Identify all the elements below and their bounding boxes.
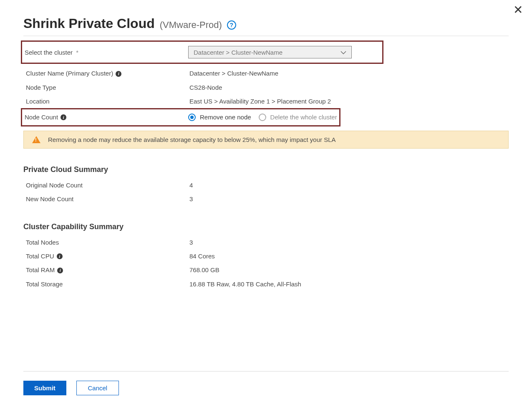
radio-remove-one-node[interactable]: Remove one node — [188, 114, 251, 121]
cancel-button[interactable]: Cancel — [76, 381, 119, 395]
radio-delete-cluster[interactable]: Delete the whole cluster — [259, 114, 337, 121]
help-icon[interactable]: ? — [227, 20, 236, 30]
info-icon[interactable]: i — [57, 253, 63, 259]
radio-selected-icon — [188, 114, 196, 121]
info-icon[interactable]: i — [61, 114, 66, 120]
node-count-label: Node Count — [25, 114, 58, 121]
summary-title: Private Cloud Summary — [23, 165, 509, 174]
location-value: East US > Availability Zone 1 > Placemen… — [189, 98, 331, 105]
total-storage-value: 16.88 TB Raw, 4.80 TB Cache, All-Flash — [189, 281, 301, 288]
node-count-highlight: Node Count i Remove one node Delete the … — [21, 108, 340, 126]
node-type-value: CS28-Node — [189, 84, 222, 91]
radio-delete-label: Delete the whole cluster — [270, 114, 337, 121]
node-type-label: Node Type — [26, 84, 189, 91]
submit-button[interactable]: Submit — [23, 381, 66, 395]
total-cpu-value: 84 Cores — [189, 253, 215, 260]
warning-text: Removing a node may reduce the available… — [48, 136, 336, 143]
warning-banner: Removing a node may reduce the available… — [23, 131, 509, 149]
original-node-count-label: Original Node Count — [26, 182, 189, 189]
radio-remove-label: Remove one node — [200, 114, 251, 121]
chevron-down-icon — [340, 49, 346, 56]
cluster-select[interactable]: Datacenter > Cluster-NewName — [188, 46, 352, 58]
total-cpu-label: Total CPU — [26, 253, 54, 260]
total-nodes-value: 3 — [189, 239, 193, 246]
page-subtitle: (VMware-Prod) — [160, 20, 222, 30]
warning-icon — [32, 136, 40, 143]
total-ram-value: 768.00 GB — [189, 266, 219, 273]
cluster-select-value: Datacenter > Cluster-NewName — [194, 49, 282, 56]
required-asterisk: * — [76, 49, 78, 56]
radio-unselected-icon — [259, 114, 266, 121]
select-cluster-highlight: Select the cluster * Datacenter > Cluste… — [21, 40, 383, 64]
divider — [23, 35, 509, 36]
total-nodes-label: Total Nodes — [26, 239, 189, 246]
cluster-name-value: Datacenter > Cluster-NewName — [189, 70, 278, 77]
cluster-name-label: Cluster Name (Primary Cluster) — [26, 70, 113, 77]
page-title: Shrink Private Cloud — [23, 16, 155, 31]
total-storage-label: Total Storage — [26, 281, 189, 288]
new-node-count-label: New Node Count — [26, 195, 189, 202]
divider — [23, 371, 509, 372]
info-icon[interactable]: i — [57, 268, 63, 273]
new-node-count-value: 3 — [189, 195, 193, 202]
location-label: Location — [26, 98, 189, 105]
select-cluster-label: Select the cluster — [25, 49, 73, 56]
total-ram-label: Total RAM — [26, 266, 55, 273]
capability-title: Cluster Capability Summary — [23, 222, 509, 231]
info-icon[interactable]: i — [116, 71, 121, 77]
original-node-count-value: 4 — [189, 182, 193, 189]
close-icon[interactable]: ✕ — [513, 4, 523, 16]
